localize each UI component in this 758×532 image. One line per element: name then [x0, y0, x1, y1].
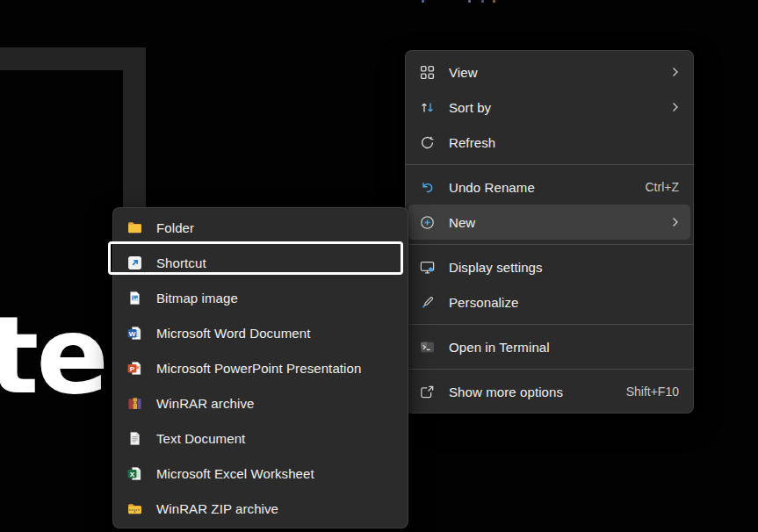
- menu-item-personalize[interactable]: Personalize: [406, 284, 693, 320]
- submenu-item-winrar-archive[interactable]: WinRAR archive: [113, 385, 408, 421]
- menu-item-new[interactable]: New: [408, 205, 690, 240]
- word-icon: W: [127, 326, 142, 341]
- menu-divider: [406, 324, 693, 325]
- refresh-icon: [420, 135, 435, 150]
- chevron-right-icon: [672, 102, 679, 112]
- menu-item-label: View: [449, 65, 661, 80]
- clipped-icon-label-fragment: [422, 0, 424, 3]
- svg-text:W: W: [129, 329, 136, 337]
- menu-item-label: Personalize: [449, 295, 679, 310]
- submenu-item-shortcut[interactable]: Shortcut: [113, 245, 408, 280]
- new-submenu: Folder Shortcut Bitmap image: [112, 207, 408, 528]
- winrar-icon: [127, 396, 142, 411]
- shortcut-hint: Shift+F10: [626, 385, 679, 399]
- folder-icon: [127, 220, 142, 235]
- desktop: te. View Sort by: [0, 0, 758, 532]
- submenu-item-text-document[interactable]: Text Document: [113, 421, 408, 456]
- menu-item-label: New: [449, 215, 661, 230]
- paintbrush-icon: [420, 295, 435, 310]
- undo-icon: [420, 180, 435, 195]
- plus-circle-icon: [420, 215, 435, 230]
- submenu-item-label: Shortcut: [156, 255, 393, 270]
- submenu-item-label: WinRAR ZIP archive: [156, 501, 393, 516]
- text-document-icon: [127, 431, 142, 446]
- menu-item-display-settings[interactable]: Display settings: [406, 249, 693, 284]
- menu-item-open-in-terminal[interactable]: Open in Terminal: [406, 329, 693, 364]
- menu-divider: [406, 244, 693, 245]
- menu-item-sort-by[interactable]: Sort by: [406, 90, 693, 125]
- powerpoint-icon: P: [127, 361, 142, 376]
- submenu-item-powerpoint-presentation[interactable]: P Microsoft PowerPoint Presentation: [113, 350, 408, 385]
- submenu-item-winrar-zip-archive[interactable]: WinRAR ZIP archive: [113, 491, 408, 526]
- wallpaper-frame-side: [123, 47, 146, 216]
- view-grid-icon: [420, 65, 435, 80]
- context-menu: View Sort by: [405, 50, 694, 413]
- menu-divider: [406, 369, 693, 370]
- svg-text:P: P: [130, 364, 135, 372]
- menu-item-label: Display settings: [449, 260, 679, 275]
- sort-arrows-icon: [420, 100, 435, 115]
- menu-item-show-more-options[interactable]: Show more options Shift+F10: [406, 374, 693, 409]
- clipped-icon-label-fragment: [468, 0, 471, 3]
- menu-item-label: Refresh: [449, 135, 679, 150]
- chevron-right-icon: [672, 67, 679, 77]
- svg-text:X: X: [130, 470, 135, 478]
- menu-item-label: Sort by: [449, 100, 661, 115]
- menu-item-label: Undo Rename: [449, 180, 635, 195]
- submenu-item-bitmap-image[interactable]: Bitmap image: [113, 280, 408, 315]
- bitmap-image-icon: [127, 291, 142, 306]
- submenu-item-label: Bitmap image: [156, 291, 393, 306]
- submenu-item-word-document[interactable]: W Microsoft Word Document: [113, 315, 408, 350]
- chevron-right-icon: [672, 217, 679, 227]
- submenu-item-label: Microsoft PowerPoint Presentation: [156, 361, 393, 376]
- zip-folder-icon: [127, 501, 142, 516]
- monitor-gear-icon: [420, 260, 435, 275]
- menu-item-label: Show more options: [449, 385, 616, 399]
- terminal-icon: [420, 340, 435, 355]
- clipped-icon-label-fragment: [493, 0, 495, 3]
- menu-divider: [406, 164, 693, 165]
- expand-arrow-icon: [420, 385, 435, 399]
- submenu-item-label: Microsoft Word Document: [156, 326, 393, 341]
- shortcut-icon: [127, 255, 142, 270]
- excel-icon: X: [127, 466, 142, 481]
- menu-item-label: Open in Terminal: [449, 340, 679, 355]
- submenu-item-label: Microsoft Excel Worksheet: [156, 466, 393, 481]
- menu-item-view[interactable]: View: [406, 54, 693, 90]
- submenu-item-folder[interactable]: Folder: [113, 210, 408, 245]
- shortcut-hint: Ctrl+Z: [646, 180, 680, 194]
- submenu-item-label: Text Document: [156, 431, 393, 446]
- submenu-item-label: Folder: [156, 220, 393, 235]
- clipped-icon-label-fragment: [481, 0, 484, 3]
- menu-item-undo-rename[interactable]: Undo Rename Ctrl+Z: [406, 169, 693, 205]
- submenu-item-excel-worksheet[interactable]: X Microsoft Excel Worksheet: [113, 456, 408, 491]
- menu-item-refresh[interactable]: Refresh: [406, 125, 693, 160]
- submenu-item-label: WinRAR archive: [156, 396, 393, 411]
